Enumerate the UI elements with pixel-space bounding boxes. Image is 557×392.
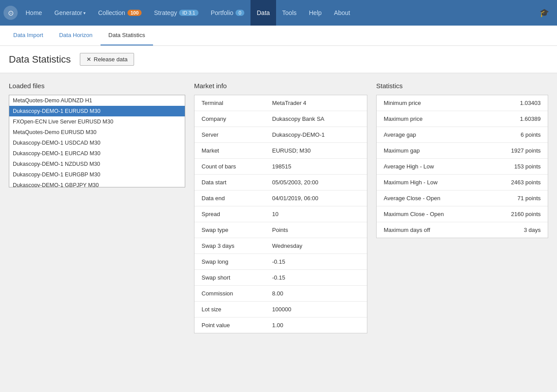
market-info-value: -0.15: [272, 274, 285, 281]
market-info-title: Market info: [194, 82, 367, 90]
market-info-value: Wednesday: [272, 243, 302, 249]
market-info-table: TerminalMetaTrader 4CompanyDukascopy Ban…: [194, 95, 367, 333]
home-icon[interactable]: ⊙: [4, 6, 18, 20]
market-info-value: 1.00: [272, 322, 283, 329]
nav-portfolio[interactable]: Portfolio 0: [205, 0, 250, 26]
market-info-value: Dukascopy-DEMO-1: [272, 131, 325, 138]
market-panel: Market info TerminalMetaTrader 4CompanyD…: [194, 82, 367, 333]
main-content: Loaded files MetaQuotes-Demo AUDNZD H1Du…: [0, 73, 557, 342]
sub-nav: Data Import Data Horizon Data Statistics: [0, 26, 557, 46]
stats-row: Minimum price1.03403: [377, 95, 548, 111]
stats-row: Maximum gap1927 points: [377, 143, 548, 159]
stats-label: Maximum gap: [384, 147, 511, 154]
tab-data-horizon[interactable]: Data Horizon: [51, 25, 101, 45]
loaded-files-title: Loaded files: [9, 82, 185, 90]
list-item[interactable]: Dukascopy-DEMO-1 EURGBP M30: [9, 169, 185, 180]
stats-row: Average High - Low153 points: [377, 159, 548, 175]
tab-data-import[interactable]: Data Import: [5, 25, 51, 45]
market-info-row: Commission8.00: [194, 286, 367, 302]
statistics-title: Statistics: [376, 82, 548, 90]
stats-panel: Statistics Minimum price1.03403Maximum p…: [376, 82, 548, 238]
collection-badge: 100: [127, 10, 142, 16]
stats-value: 2160 points: [511, 211, 541, 217]
release-data-button[interactable]: ✕ Release data: [80, 53, 135, 66]
statistics-table: Minimum price1.03403Maximum price1.60389…: [376, 95, 548, 238]
files-listbox[interactable]: MetaQuotes-Demo AUDNZD H1Dukascopy-DEMO-…: [9, 95, 185, 187]
market-info-row: Lot size100000: [194, 302, 367, 317]
nav-tools[interactable]: Tools: [276, 0, 303, 26]
stats-label: Minimum price: [384, 100, 520, 106]
nav-collection[interactable]: Collection 100: [92, 0, 148, 26]
stats-value: 3 days: [524, 227, 541, 233]
graduate-icon[interactable]: 🎓: [535, 8, 553, 18]
list-item[interactable]: Dukascopy-DEMO-1 GBPJPY M30: [9, 180, 185, 187]
market-info-value: 198515: [272, 163, 291, 170]
stats-label: Maximum days off: [384, 227, 524, 233]
market-info-label: Market: [202, 147, 272, 154]
stats-label: Average Close - Open: [384, 195, 517, 202]
market-info-value: EURUSD; M30: [272, 147, 310, 154]
strategy-badge: ID 3.1: [179, 10, 198, 16]
stats-value: 6 points: [520, 131, 541, 138]
stats-label: Maximum price: [384, 116, 520, 122]
market-info-value: 10: [272, 211, 278, 217]
market-info-label: Commission: [202, 290, 272, 297]
release-icon: ✕: [86, 56, 91, 63]
market-info-label: Terminal: [202, 100, 272, 106]
market-info-label: Server: [202, 131, 272, 138]
market-info-label: Swap short: [202, 274, 272, 281]
market-info-row: Swap short-0.15: [194, 270, 367, 286]
nav-strategy[interactable]: Strategy ID 3.1: [148, 0, 205, 26]
list-item[interactable]: MetaQuotes-Demo AUDNZD H1: [9, 95, 185, 106]
list-item[interactable]: MetaQuotes-Demo EURUSD M30: [9, 127, 185, 138]
nav-about[interactable]: About: [328, 0, 356, 26]
market-info-row: Data end04/01/2019, 06:00: [194, 190, 367, 206]
market-info-label: Count of bars: [202, 163, 272, 170]
stats-label: Maximum High - Low: [384, 179, 511, 186]
market-info-row: Data start05/05/2003, 20:00: [194, 175, 367, 190]
page-header: Data Statistics ✕ Release data: [0, 46, 557, 73]
stats-row: Average Close - Open71 points: [377, 190, 548, 206]
nav-help[interactable]: Help: [303, 0, 328, 26]
market-info-row: TerminalMetaTrader 4: [194, 95, 367, 111]
market-info-row: Spread10: [194, 206, 367, 222]
market-info-label: Lot size: [202, 306, 272, 313]
market-info-row: Point value1.00: [194, 317, 367, 333]
stats-label: Maximum Close - Open: [384, 211, 511, 217]
top-nav: ⊙ Home Generator ▾ Collection 100 Strate…: [0, 0, 557, 26]
portfolio-badge: 0: [236, 10, 244, 16]
market-info-row: Swap long-0.15: [194, 254, 367, 270]
stats-value: 1.60389: [520, 116, 541, 122]
tab-data-statistics[interactable]: Data Statistics: [101, 25, 153, 45]
list-item[interactable]: FXOpen-ECN Live Server EURUSD M30: [9, 116, 185, 127]
market-info-value: Points: [272, 227, 288, 233]
market-info-row: Count of bars198515: [194, 159, 367, 175]
stats-value: 2463 points: [511, 179, 541, 186]
stats-row: Maximum days off3 days: [377, 222, 548, 238]
market-info-label: Swap type: [202, 227, 272, 233]
stats-row: Average gap6 points: [377, 127, 548, 143]
nav-data[interactable]: Data: [250, 0, 276, 26]
market-info-row: Swap 3 daysWednesday: [194, 238, 367, 254]
nav-home[interactable]: Home: [19, 0, 48, 26]
market-info-value: 04/01/2019, 06:00: [272, 195, 318, 202]
market-info-label: Company: [202, 116, 272, 122]
list-item[interactable]: Dukascopy-DEMO-1 EURUSD M30: [9, 106, 185, 116]
market-info-row: MarketEURUSD; M30: [194, 143, 367, 159]
market-info-row: CompanyDukascopy Bank SA: [194, 111, 367, 127]
stats-row: Maximum price1.60389: [377, 111, 548, 127]
nav-generator[interactable]: Generator ▾: [48, 0, 92, 26]
stats-value: 1927 points: [511, 147, 541, 154]
market-info-label: Data end: [202, 195, 272, 202]
files-panel: Loaded files MetaQuotes-Demo AUDNZD H1Du…: [9, 82, 185, 187]
stats-value: 1.03403: [520, 100, 541, 106]
market-info-label: Swap long: [202, 258, 272, 265]
stats-label: Average High - Low: [384, 163, 514, 170]
list-item[interactable]: Dukascopy-DEMO-1 EURCAD M30: [9, 148, 185, 159]
page-title: Data Statistics: [9, 54, 71, 65]
list-item[interactable]: Dukascopy-DEMO-1 USDCAD M30: [9, 138, 185, 148]
stats-value: 153 points: [514, 163, 541, 170]
list-item[interactable]: Dukascopy-DEMO-1 NZDUSD M30: [9, 159, 185, 169]
market-info-value: 8.00: [272, 290, 283, 297]
market-info-value: Dukascopy Bank SA: [272, 116, 325, 122]
